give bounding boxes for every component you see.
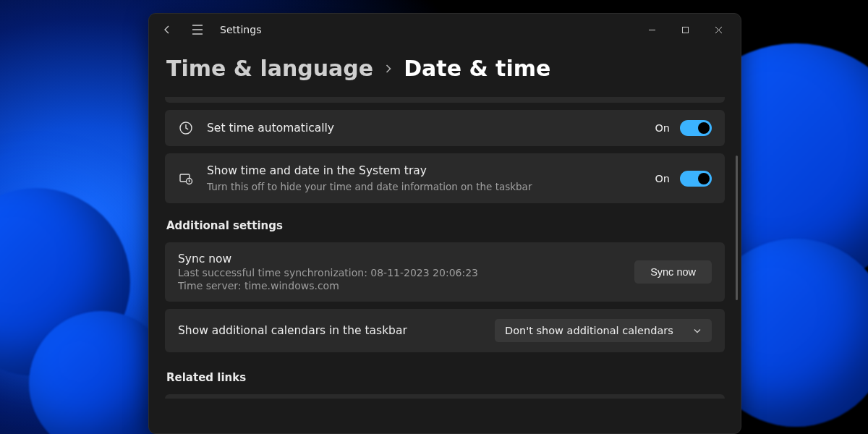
sync-time-server: Time server: time.windows.com [178, 280, 634, 292]
chevron-right-icon [383, 64, 393, 74]
arrow-left-icon [161, 24, 173, 35]
maximize-icon [681, 26, 689, 34]
close-button[interactable] [702, 18, 735, 41]
clock-icon [178, 121, 194, 135]
page-title: Date & time [404, 56, 550, 81]
row-sync-now: Sync now Last successful time synchroniz… [165, 242, 725, 302]
sync-title: Sync now [178, 252, 634, 265]
nav-menu-button[interactable] [185, 17, 210, 42]
sync-now-button[interactable]: Sync now [634, 260, 712, 284]
section-header-related: Related links [166, 371, 723, 384]
breadcrumb-parent[interactable]: Time & language [166, 56, 373, 81]
previous-card-edge [165, 97, 725, 103]
additional-calendars-dropdown[interactable]: Don't show additional calendars [495, 319, 712, 342]
row-subtitle: Turn this off to hide your time and date… [207, 180, 642, 193]
toggle-state-label: On [655, 122, 670, 134]
taskbar-clock-icon [178, 171, 194, 186]
maximize-button[interactable] [668, 18, 702, 41]
minimize-icon [648, 26, 656, 34]
chevron-down-icon [693, 326, 702, 335]
toggle-state-label: On [655, 173, 670, 184]
breadcrumb: Time & language Date & time [166, 56, 725, 81]
settings-window: Settings Time & language Date & time [148, 13, 741, 434]
hamburger-icon [192, 25, 203, 35]
dropdown-selected-value: Don't show additional calendars [505, 325, 673, 336]
additional-calendars-label: Show additional calendars in the taskbar [178, 324, 495, 337]
sync-last-success: Last successful time synchronization: 08… [178, 267, 634, 278]
content-area: Time & language Date & time Set time aut… [149, 46, 741, 433]
row-title: Show time and date in the System tray [207, 163, 642, 179]
scrollbar-thumb[interactable] [736, 156, 738, 300]
app-title: Settings [220, 24, 261, 35]
title-bar: Settings [149, 14, 741, 46]
section-header-additional: Additional settings [166, 219, 723, 232]
row-set-time-automatically: Set time automatically On [165, 110, 725, 146]
close-icon [715, 26, 723, 34]
show-tray-clock-toggle[interactable] [680, 171, 712, 187]
row-title: Set time automatically [207, 121, 642, 136]
set-time-auto-toggle[interactable] [680, 120, 712, 136]
back-button[interactable] [155, 17, 179, 42]
minimize-button[interactable] [635, 18, 668, 41]
row-show-system-tray-clock: Show time and date in the System tray Tu… [165, 153, 725, 203]
next-card-edge [165, 394, 725, 399]
row-additional-calendars: Show additional calendars in the taskbar… [165, 309, 725, 352]
svg-rect-0 [682, 27, 688, 33]
